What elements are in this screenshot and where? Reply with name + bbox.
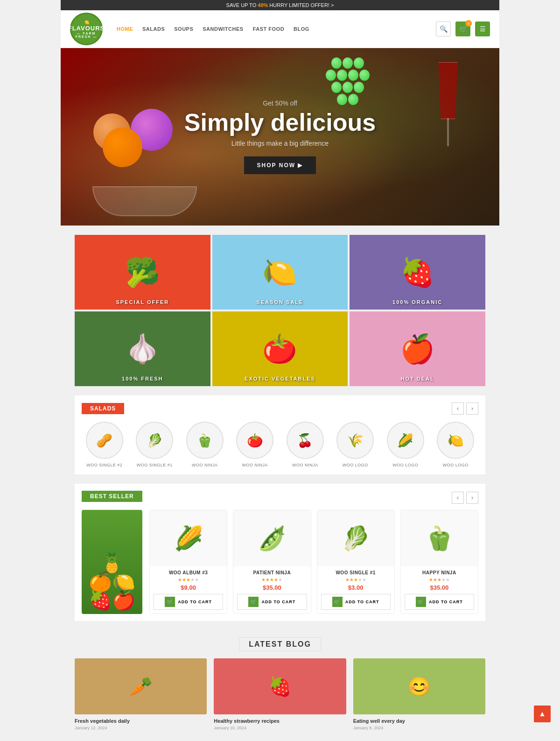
organic-icon: 🍓 [400,256,435,289]
top-bar: SAVE UP TO 40% HURRY LIMITED OFFER! > [61,0,499,10]
menu-button[interactable]: ☰ [475,21,490,36]
blog-posts: 🥕 Fresh vegetables daily January 12, 202… [75,658,485,730]
salad-emoji-5: 🌾 [347,433,364,448]
product-img-1: 🫛 [233,510,310,566]
header: 🍋 FLAVOURS — FARM FRESH — HOME SALADS SO… [61,10,499,48]
blog-post-date-0: January 12, 2024 [75,726,207,730]
bestseller-banner: 🍍🍊🍋🍓🍎 [82,510,142,614]
salad-product-7[interactable]: 🍋 WOO LOGO [433,422,479,467]
nav-fastfood[interactable]: FAST FOOD [248,26,289,32]
logo[interactable]: 🍋 FLAVOURS — FARM FRESH — [70,13,103,45]
bestseller-next-button[interactable]: › [466,492,478,504]
salad-img-3: 🍅 [236,422,273,459]
special-offer-icon: 🥦 [125,256,160,289]
grape-7 [359,70,370,81]
salad-emoji-7: 🍋 [448,433,464,448]
add-to-cart-0[interactable]: 🛒 ADD TO CART [154,594,223,610]
product-img-3: 🫑 [401,510,478,566]
product-card-1[interactable]: 🫛 PATIENT NINJA ★★★★★ $35.00 🛒 ADD TO CA… [233,510,311,614]
add-to-cart-1[interactable]: 🛒 ADD TO CART [237,594,307,610]
product-card-0[interactable]: 🌽 WOO ALBUM #3 ★★★★★ $9.00 🛒 ADD TO CART [149,510,227,614]
product-info-1: PATIENT NINJA ★★★★★ $35.00 🛒 ADD TO CART [233,566,310,614]
hero-pre-text: Get 50% off [184,99,376,107]
add-to-cart-3[interactable]: 🛒 ADD TO CART [405,594,474,610]
salads-nav: ‹ › [452,402,478,415]
bestseller-section: BEST SELLER ‹ › 🍍🍊🍋🍓🍎 🌽 WOO ALBUM #3 ★★★… [75,484,485,621]
salad-product-5[interactable]: 🌾 WOO LOGO [333,422,378,467]
blog-post-2[interactable]: 😊 Eating well every day January 8, 2024 [353,658,485,730]
hot-deal-image: 🍎 [350,311,485,386]
banner-fruits-icon: 🍍🍊🍋🍓🍎 [89,553,135,609]
product-emoji-0: 🌽 [174,525,203,552]
exotic-icon: 🍅 [262,332,297,366]
salad-img-7: 🍋 [437,422,474,459]
salad-product-3[interactable]: 🍅 WOO NINJA [232,422,278,467]
add-to-cart-label-0: ADD TO CART [178,600,212,604]
bestseller-prev-button[interactable]: ‹ [452,492,464,504]
exotic-image: 🍅 [212,311,348,386]
grape-10 [354,82,364,93]
salad-img-5: 🌾 [336,422,374,459]
blog-post-0[interactable]: 🥕 Fresh vegetables daily January 12, 202… [75,658,207,730]
salad-product-6[interactable]: 🌽 WOO LOGO [383,422,428,467]
salads-prev-button[interactable]: ‹ [452,402,464,415]
cart-badge: 0 [465,20,472,27]
product-name-0: WOO ALBUM #3 [154,570,223,575]
product-card-2[interactable]: 🥬 WOO SINGLE #1 ★★★★★ $3.00 🛒 ADD TO CAR… [317,510,395,614]
blog-post-1[interactable]: 🍓 Healthy strawberry recipes January 10,… [214,658,346,730]
bestseller-header: BEST SELLER ‹ › [82,491,478,504]
add-to-cart-2[interactable]: 🛒 ADD TO CART [321,594,391,610]
salad-name-5: WOO LOGO [333,463,378,467]
grape-5 [337,70,347,81]
category-season-sale[interactable]: 🍋 SEASON SALE [212,235,348,310]
salad-product-4[interactable]: 🍒 WOO NINJA [282,422,328,467]
product-price-3: $35.00 [405,584,474,591]
season-sale-image: 🍋 [212,235,348,310]
salads-section: SALADS ‹ › 🥜 WOO SINGLE #2 🥬 WOO SINGLE … [75,395,485,474]
category-hot-deal[interactable]: 🍎 HOT DEAL [350,311,485,386]
salads-title: SALADS [82,403,124,414]
salad-product-0[interactable]: 🥜 WOO SINGLE #2 [82,422,127,467]
nav-soups[interactable]: SOUPS [169,26,198,32]
nav-blog[interactable]: BLOG [289,26,314,32]
product-img-2: 🥬 [317,510,394,566]
hero-content: Get 50% off Simply delicious Little thin… [184,99,376,174]
product-info-2: WOO SINGLE #1 ★★★★★ $3.00 🛒 ADD TO CART [317,566,394,614]
product-stars-3: ★★★★★ [405,577,474,582]
salad-emoji-6: 🌽 [397,433,413,448]
category-fresh[interactable]: 🧄 100% FRESH [75,311,210,386]
category-exotic[interactable]: 🍅 EXOTIC VEGETABLES [212,311,348,386]
salad-product-2[interactable]: 🫑 WOO NINJA [182,422,228,467]
topbar-text: SAVE UP TO [226,2,258,8]
search-button[interactable]: 🔍 [436,21,451,36]
fresh-image: 🧄 [75,311,210,386]
salads-next-button[interactable]: › [466,402,478,415]
cart-icon-1: 🛒 [248,597,259,607]
fresh-icon: 🧄 [125,332,160,366]
products-grid: 🌽 WOO ALBUM #3 ★★★★★ $9.00 🛒 ADD TO CART… [149,510,478,614]
blog-post-title-2: Eating well every day [353,718,485,724]
logo-icon: 🍋 [84,20,89,25]
blog-section: LATEST BLOG 🥕 Fresh vegetables daily Jan… [75,630,485,737]
grape-3 [354,57,364,69]
hero-title: Simply delicious [184,109,376,136]
category-special-offer[interactable]: 🥦 SPECIAL OFFER [75,235,210,310]
salad-product-1[interactable]: 🥬 WOO SINGLE #1 [132,422,178,467]
shop-now-button[interactable]: SHOP NOW [244,156,316,174]
product-emoji-2: 🥬 [341,525,370,552]
product-stars-2: ★★★★★ [321,577,391,582]
category-organic[interactable]: 🍓 100% ORGANIC [350,235,485,310]
product-price-2: $3.00 [321,584,391,591]
product-card-3[interactable]: 🫑 HAPPY NINJA ★★★★★ $35.00 🛒 ADD TO CART [400,510,478,614]
bestseller-title: BEST SELLER [82,491,142,502]
wine-glass-decoration [434,62,462,155]
nav-salads[interactable]: SALADS [138,26,169,32]
salad-emoji-0: 🥜 [96,433,112,448]
salad-emoji-1: 🥬 [147,433,163,448]
blog-post-title-1: Healthy strawberry recipes [214,718,346,724]
special-offer-image: 🥦 [75,235,210,310]
nav-home[interactable]: HOME [112,26,138,32]
cart-button[interactable]: 🛒 0 [455,21,470,36]
nav-sandwitches[interactable]: SANDWITCHES [198,26,248,32]
hero-subtitle: Little things make a big difference [184,140,376,147]
